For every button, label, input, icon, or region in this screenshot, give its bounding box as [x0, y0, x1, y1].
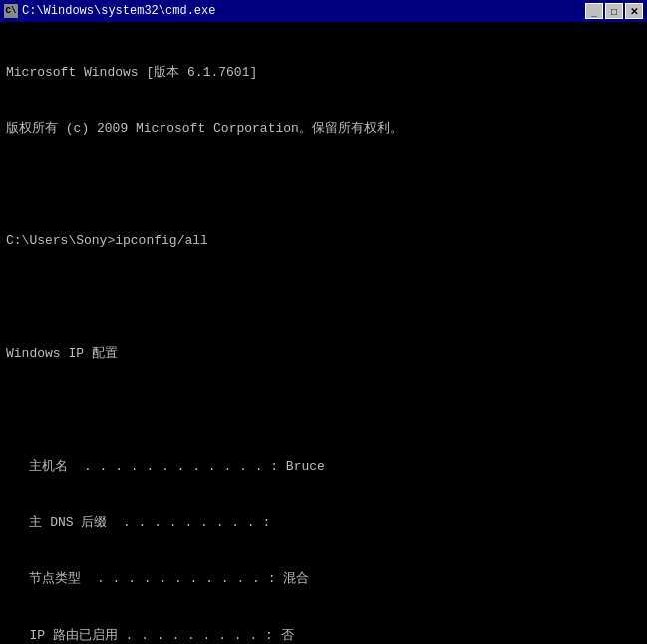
line-7: [6, 402, 641, 421]
cmd-window: C\ C:\Windows\system32\cmd.exe _ □ ✕ Mic…: [0, 0, 647, 644]
line-6: Windows IP 配置: [6, 345, 641, 364]
line-3: [6, 176, 641, 195]
line-4: C:\Users\Sony>ipconfig/all: [6, 232, 641, 251]
line-9: 主 DNS 后缀 . . . . . . . . . :: [6, 514, 641, 533]
titlebar: C\ C:\Windows\system32\cmd.exe _ □ ✕: [0, 0, 647, 22]
titlebar-title: C:\Windows\system32\cmd.exe: [22, 4, 215, 18]
line-8: 主机名 . . . . . . . . . . . . : Bruce: [6, 458, 641, 477]
titlebar-left: C\ C:\Windows\system32\cmd.exe: [4, 4, 215, 18]
maximize-button[interactable]: □: [605, 3, 623, 19]
close-button[interactable]: ✕: [625, 3, 643, 19]
terminal-content: Microsoft Windows [版本 6.1.7601] 版权所有 (c)…: [0, 22, 647, 644]
cmd-icon: C\: [4, 4, 18, 18]
titlebar-buttons: _ □ ✕: [585, 3, 643, 19]
line-10: 节点类型 . . . . . . . . . . . : 混合: [6, 570, 641, 589]
line-1: Microsoft Windows [版本 6.1.7601]: [6, 64, 641, 83]
line-5: [6, 289, 641, 308]
line-2: 版权所有 (c) 2009 Microsoft Corporation。保留所有…: [6, 120, 641, 139]
minimize-button[interactable]: _: [585, 3, 603, 19]
line-11: IP 路由已启用 . . . . . . . . . : 否: [6, 627, 641, 644]
